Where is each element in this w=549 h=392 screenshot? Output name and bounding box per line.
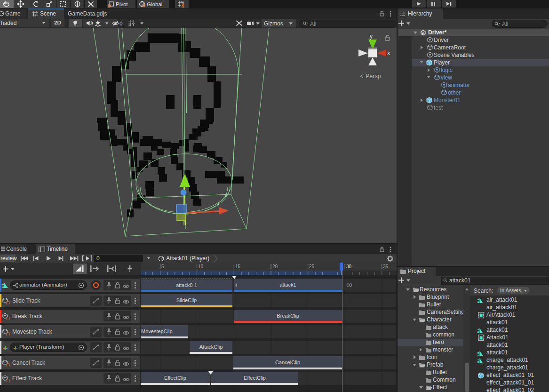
svg-text:x: x [387, 50, 390, 56]
svg-text:y: y [370, 33, 373, 40]
svg-text:35: 35 [383, 264, 389, 269]
svg-text:Pivot: Pivot [116, 1, 128, 7]
svg-text:20: 20 [272, 264, 278, 269]
svg-text:10: 10 [198, 264, 204, 269]
svg-text:30: 30 [346, 264, 352, 269]
svg-text:5: 5 [161, 264, 164, 269]
svg-text:Persp: Persp [366, 73, 381, 80]
svg-text:Y: Y [132, 22, 135, 27]
svg-text:25: 25 [309, 264, 315, 269]
svg-text:15: 15 [235, 264, 241, 269]
svg-text:Gizmos: Gizmos [264, 20, 283, 27]
svg-text:Global: Global [147, 1, 162, 7]
svg-text:0: 0 [119, 21, 122, 26]
